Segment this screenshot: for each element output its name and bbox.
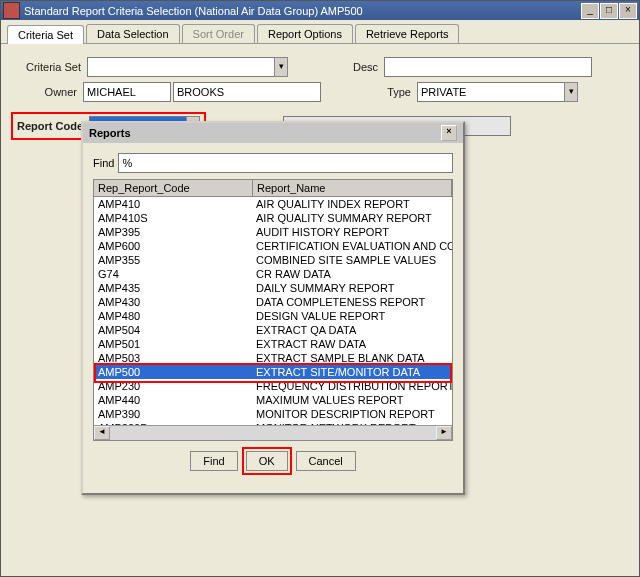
cell-name: DAILY SUMMARY REPORT bbox=[252, 282, 452, 294]
cell-name: DESIGN VALUE REPORT bbox=[252, 310, 452, 322]
tab-criteria-set[interactable]: Criteria Set bbox=[7, 25, 84, 44]
report-code-label: Report Code bbox=[17, 120, 89, 132]
cell-name: EXTRACT RAW DATA bbox=[252, 338, 452, 350]
list-item[interactable]: AMP430DATA COMPLETENESS REPORT bbox=[94, 295, 452, 309]
col-report-code[interactable]: Rep_Report_Code bbox=[94, 180, 253, 196]
list-item[interactable]: AMP480DESIGN VALUE REPORT bbox=[94, 309, 452, 323]
cell-name: CR RAW DATA bbox=[252, 268, 452, 280]
tab-report-options[interactable]: Report Options bbox=[257, 24, 353, 43]
app-icon bbox=[3, 2, 20, 19]
cell-name: FREQUENCY DISTRIBUTION REPORT bbox=[252, 380, 452, 392]
find-label: Find bbox=[93, 157, 118, 169]
cell-name: EXTRACT QA DATA bbox=[252, 324, 452, 336]
cell-code: AMP230 bbox=[94, 380, 252, 392]
scroll-right-icon[interactable]: ► bbox=[436, 426, 452, 440]
cell-name: EXTRACT SITE/MONITOR DATA bbox=[252, 366, 452, 378]
list-item[interactable]: AMP503EXTRACT SAMPLE BLANK DATA bbox=[94, 351, 452, 365]
cell-code: AMP500 bbox=[94, 366, 252, 378]
popup-body: Find Rep_Report_Code Report_Name AMP410A… bbox=[83, 143, 463, 481]
cell-code: AMP501 bbox=[94, 338, 252, 350]
list-header: Rep_Report_Code Report_Name bbox=[94, 180, 452, 197]
reports-popup: Reports × Find Rep_Report_Code Report_Na… bbox=[81, 121, 465, 495]
list-item[interactable]: AMP410AIR QUALITY INDEX REPORT bbox=[94, 197, 452, 211]
maximize-button[interactable]: □ bbox=[600, 3, 618, 19]
list-item[interactable]: AMP355COMBINED SITE SAMPLE VALUES bbox=[94, 253, 452, 267]
list-item[interactable]: AMP220DMONITOR NETWORK REPORT bbox=[94, 421, 452, 425]
list-rows[interactable]: AMP410AIR QUALITY INDEX REPORTAMP410SAIR… bbox=[94, 197, 452, 425]
list-item[interactable]: AMP395AUDIT HISTORY REPORT bbox=[94, 225, 452, 239]
ok-button[interactable]: OK bbox=[246, 451, 288, 471]
cell-code: AMP504 bbox=[94, 324, 252, 336]
type-dropdown-icon[interactable]: ▾ bbox=[564, 82, 578, 102]
window-title: Standard Report Criteria Selection (Nati… bbox=[24, 5, 581, 17]
popup-titlebar: Reports × bbox=[83, 123, 463, 143]
popup-buttons: Find OK Cancel bbox=[93, 451, 453, 471]
cancel-button[interactable]: Cancel bbox=[296, 451, 356, 471]
type-input[interactable] bbox=[417, 82, 565, 102]
col-report-name[interactable]: Report_Name bbox=[253, 180, 452, 196]
list-item[interactable]: AMP501EXTRACT RAW DATA bbox=[94, 337, 452, 351]
tab-data-selection[interactable]: Data Selection bbox=[86, 24, 180, 43]
cell-name: MAXIMUM VALUES REPORT bbox=[252, 394, 452, 406]
criteria-set-label: Criteria Set bbox=[11, 61, 87, 73]
cell-code: AMP480 bbox=[94, 310, 252, 322]
title-bar: Standard Report Criteria Selection (Nati… bbox=[1, 1, 639, 20]
cell-code: AMP410S bbox=[94, 212, 252, 224]
cell-code: AMP355 bbox=[94, 254, 252, 266]
owner-last-input[interactable] bbox=[173, 82, 321, 102]
criteria-set-dropdown-icon[interactable]: ▾ bbox=[274, 57, 288, 77]
type-label: Type bbox=[361, 86, 417, 98]
cell-name: AUDIT HISTORY REPORT bbox=[252, 226, 452, 238]
desc-input[interactable] bbox=[384, 57, 592, 77]
popup-title-text: Reports bbox=[89, 127, 131, 139]
cell-name: DATA COMPLETENESS REPORT bbox=[252, 296, 452, 308]
list-item[interactable]: AMP435DAILY SUMMARY REPORT bbox=[94, 281, 452, 295]
find-input[interactable] bbox=[118, 153, 453, 173]
cell-code: AMP435 bbox=[94, 282, 252, 294]
cell-code: AMP390 bbox=[94, 408, 252, 420]
cell-code: AMP430 bbox=[94, 296, 252, 308]
cell-name: MONITOR DESCRIPTION REPORT bbox=[252, 408, 452, 420]
window-controls: _ □ × bbox=[581, 3, 637, 19]
list-item[interactable]: G74CR RAW DATA bbox=[94, 267, 452, 281]
minimize-button[interactable]: _ bbox=[581, 3, 599, 19]
scroll-left-icon[interactable]: ◄ bbox=[94, 426, 110, 440]
cell-code: AMP440 bbox=[94, 394, 252, 406]
cell-name: CERTIFICATION EVALUATION AND CONCU bbox=[252, 240, 452, 252]
tab-bar: Criteria Set Data Selection Sort Order R… bbox=[1, 20, 639, 44]
cell-name: COMBINED SITE SAMPLE VALUES bbox=[252, 254, 452, 266]
cell-code: G74 bbox=[94, 268, 252, 280]
list-item[interactable]: AMP500EXTRACT SITE/MONITOR DATA bbox=[94, 365, 452, 379]
list-item[interactable]: AMP390MONITOR DESCRIPTION REPORT bbox=[94, 407, 452, 421]
list-item[interactable]: AMP410SAIR QUALITY SUMMARY REPORT bbox=[94, 211, 452, 225]
cell-code: AMP600 bbox=[94, 240, 252, 252]
list-item[interactable]: AMP504EXTRACT QA DATA bbox=[94, 323, 452, 337]
cell-name: EXTRACT SAMPLE BLANK DATA bbox=[252, 352, 452, 364]
cell-name: MONITOR NETWORK REPORT bbox=[252, 422, 452, 425]
tab-retrieve-reports[interactable]: Retrieve Reports bbox=[355, 24, 460, 43]
cell-code: AMP220D bbox=[94, 422, 252, 425]
list-item[interactable]: AMP440MAXIMUM VALUES REPORT bbox=[94, 393, 452, 407]
reports-list: Rep_Report_Code Report_Name AMP410AIR QU… bbox=[93, 179, 453, 441]
app-window: Standard Report Criteria Selection (Nati… bbox=[0, 0, 640, 577]
close-button[interactable]: × bbox=[619, 3, 637, 19]
criteria-set-input[interactable] bbox=[87, 57, 275, 77]
desc-label: Desc bbox=[328, 61, 384, 73]
list-item[interactable]: AMP600CERTIFICATION EVALUATION AND CONCU bbox=[94, 239, 452, 253]
tab-sort-order: Sort Order bbox=[182, 24, 255, 43]
cell-code: AMP395 bbox=[94, 226, 252, 238]
popup-close-button[interactable]: × bbox=[441, 125, 457, 141]
owner-label: Owner bbox=[11, 86, 83, 98]
cell-code: AMP503 bbox=[94, 352, 252, 364]
cell-code: AMP410 bbox=[94, 198, 252, 210]
horizontal-scrollbar[interactable]: ◄ ► bbox=[94, 425, 452, 440]
cell-name: AIR QUALITY INDEX REPORT bbox=[252, 198, 452, 210]
owner-first-input[interactable] bbox=[83, 82, 171, 102]
cell-name: AIR QUALITY SUMMARY REPORT bbox=[252, 212, 452, 224]
list-item[interactable]: AMP230FREQUENCY DISTRIBUTION REPORT bbox=[94, 379, 452, 393]
find-button[interactable]: Find bbox=[190, 451, 237, 471]
